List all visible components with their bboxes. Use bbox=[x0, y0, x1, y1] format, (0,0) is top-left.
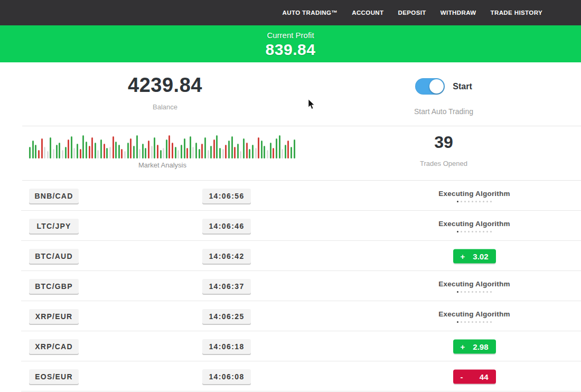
market-bar bbox=[130, 138, 132, 158]
result-badge: + 3.02 bbox=[453, 249, 496, 263]
market-bar bbox=[216, 135, 218, 158]
balance-value: 4239.84 bbox=[0, 74, 330, 97]
market-bar bbox=[184, 138, 185, 158]
trade-result-cell: Executing Algorithm bbox=[429, 220, 519, 232]
current-profit-value: 839.84 bbox=[266, 41, 316, 59]
market-bar bbox=[157, 145, 158, 158]
market-bar bbox=[148, 141, 149, 158]
progress-dots-icon bbox=[429, 201, 519, 202]
auto-trading-toggle-block: Start Start Auto Trading bbox=[330, 78, 557, 116]
trades-opened-block: 39 Trades Opened bbox=[330, 133, 557, 167]
market-bar bbox=[219, 148, 221, 158]
market-bar bbox=[91, 137, 93, 158]
market-bar bbox=[151, 146, 153, 158]
market-bar bbox=[62, 150, 63, 158]
top-nav: AUTO TRADING™ ACCOUNT DEPOSIT WITHDRAW T… bbox=[0, 0, 581, 25]
time-badge: 14:06:37 bbox=[202, 279, 251, 294]
pair-badge[interactable]: BTC/GBP bbox=[29, 279, 79, 294]
pair-badge[interactable]: EOS/EUR bbox=[29, 369, 79, 384]
progress-dots-icon bbox=[429, 231, 519, 232]
market-bar bbox=[279, 135, 280, 158]
executing-status: Executing Algorithm bbox=[429, 190, 519, 202]
market-bar bbox=[109, 147, 111, 158]
pair-badge[interactable]: LTC/JPY bbox=[29, 219, 79, 234]
time-badge: 14:06:46 bbox=[202, 219, 251, 234]
pair-badge[interactable]: XRP/EUR bbox=[29, 309, 79, 324]
market-bar bbox=[139, 149, 140, 158]
market-bar bbox=[104, 144, 105, 158]
nav-item[interactable]: TRADE HISTORY bbox=[491, 10, 543, 16]
balance-block: 4239.84 Balance bbox=[0, 74, 330, 111]
market-bar bbox=[234, 147, 236, 158]
market-bar bbox=[35, 145, 36, 158]
executing-status: Executing Algorithm bbox=[429, 220, 519, 232]
market-bar bbox=[71, 136, 72, 158]
market-bar bbox=[68, 139, 69, 158]
market-bar bbox=[267, 150, 268, 158]
nav-item[interactable]: AUTO TRADING™ bbox=[283, 10, 338, 16]
market-bar bbox=[29, 147, 31, 158]
market-bar bbox=[237, 144, 239, 158]
result-badge: - 44 bbox=[453, 369, 496, 384]
trades-list: BNB/CAD 14:06:56 Executing Algorithm LTC… bbox=[0, 181, 581, 391]
market-bar bbox=[273, 148, 274, 158]
market-bar bbox=[166, 139, 167, 158]
market-bar bbox=[59, 143, 60, 158]
market-bar bbox=[192, 147, 194, 158]
toggle-caption: Start Auto Trading bbox=[330, 107, 557, 116]
pair-badge[interactable]: BTC/AUD bbox=[29, 249, 79, 264]
nav-item[interactable]: DEPOSIT bbox=[398, 10, 426, 16]
market-bar bbox=[240, 151, 241, 158]
market-bar bbox=[264, 146, 265, 158]
trade-row: EOS/EUR 14:06:08 - 44 bbox=[0, 361, 581, 391]
market-bar bbox=[154, 137, 155, 158]
market-bar bbox=[118, 145, 120, 158]
market-bar bbox=[121, 149, 123, 158]
trade-row: XRP/CAD 14:06:18 + 2.98 bbox=[0, 331, 581, 361]
market-bar bbox=[115, 142, 117, 158]
pair-badge[interactable]: BNB/CAD bbox=[29, 189, 79, 203]
market-bar bbox=[100, 139, 102, 158]
market-analysis-label: Market Analysis bbox=[29, 161, 296, 169]
market-analysis-section: Market Analysis 39 Trades Opened bbox=[0, 126, 581, 180]
result-value: 2.98 bbox=[473, 342, 488, 351]
trade-row: XRP/EUR 14:06:25 Executing Algorithm bbox=[0, 301, 581, 331]
progress-dots-icon bbox=[429, 321, 519, 323]
market-bar bbox=[95, 143, 96, 158]
market-bar bbox=[270, 143, 271, 158]
market-bar bbox=[199, 149, 200, 158]
market-bar bbox=[246, 143, 248, 158]
trade-result-cell: Executing Algorithm bbox=[429, 190, 519, 202]
auto-trading-toggle[interactable] bbox=[415, 78, 445, 95]
trade-row: BNB/CAD 14:06:56 Executing Algorithm bbox=[0, 181, 581, 211]
executing-label: Executing Algorithm bbox=[429, 280, 519, 288]
executing-status: Executing Algorithm bbox=[429, 280, 519, 293]
nav-item[interactable]: WITHDRAW bbox=[441, 10, 476, 16]
result-value: 44 bbox=[480, 372, 489, 381]
trade-result-cell: Executing Algorithm bbox=[429, 310, 519, 323]
market-bar bbox=[210, 146, 212, 158]
market-bar bbox=[186, 148, 188, 158]
market-bar bbox=[294, 139, 295, 158]
market-bar bbox=[127, 143, 129, 158]
market-bar bbox=[261, 141, 263, 158]
executing-label: Executing Algorithm bbox=[429, 220, 519, 228]
market-bar bbox=[201, 144, 203, 158]
pair-badge[interactable]: XRP/CAD bbox=[29, 339, 79, 354]
market-bar bbox=[86, 142, 87, 158]
market-bar bbox=[213, 139, 215, 158]
balance-label: Balance bbox=[0, 103, 330, 111]
market-bar bbox=[145, 148, 146, 158]
executing-label: Executing Algorithm bbox=[429, 310, 519, 318]
market-bar bbox=[282, 149, 283, 158]
executing-status: Executing Algorithm bbox=[429, 310, 519, 323]
market-bar bbox=[47, 151, 49, 158]
result-sign: + bbox=[461, 251, 465, 260]
market-bar bbox=[287, 141, 289, 158]
nav-item[interactable]: ACCOUNT bbox=[352, 10, 383, 16]
trades-opened-value: 39 bbox=[330, 133, 557, 152]
market-bar bbox=[77, 144, 78, 158]
market-bar bbox=[249, 149, 250, 158]
current-profit-label: Current Profit bbox=[267, 31, 314, 40]
market-bar bbox=[195, 143, 197, 158]
